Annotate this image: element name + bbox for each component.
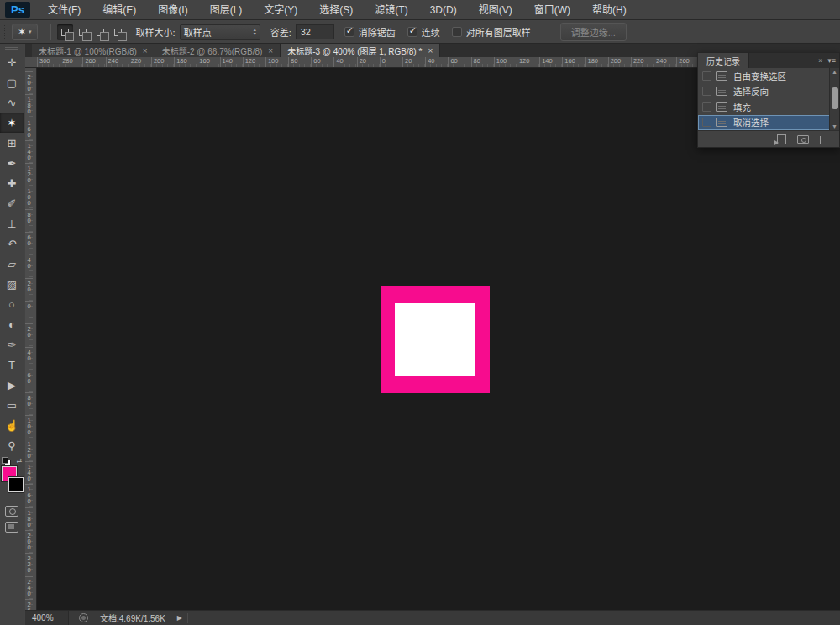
collapse-panel-icon[interactable]: » xyxy=(818,56,822,65)
lasso-tool[interactable]: ∿ xyxy=(0,92,24,113)
ruler-label: 0 xyxy=(25,301,33,323)
crop-tool[interactable]: ⊞ xyxy=(0,133,24,153)
option-checkbox[interactable]: 消除锯齿 xyxy=(344,25,396,39)
ruler-label: 200 xyxy=(151,57,174,67)
chevron-down-icon: ▾ xyxy=(29,29,32,35)
rectangular-marquee-tool[interactable]: ▢ xyxy=(0,72,24,92)
zoom-level-field[interactable]: 400% xyxy=(25,611,69,625)
vertical-ruler[interactable]: 200 180 160 140 120 100 80 60 40 20 0 xyxy=(25,68,37,610)
tool-preset-picker[interactable]: ✶ ▾ xyxy=(12,24,38,40)
separator xyxy=(187,613,188,623)
history-panel-footer xyxy=(698,130,839,147)
sample-size-label: 取样大小: xyxy=(136,25,176,39)
close-icon[interactable]: × xyxy=(143,46,148,55)
tool-icon: ✑ xyxy=(8,339,17,350)
ruler-label: 120 xyxy=(25,163,33,186)
eraser-tool[interactable]: ▱ xyxy=(0,254,24,274)
tool-icon: ○ xyxy=(8,299,15,310)
canvas-area[interactable] xyxy=(37,68,840,610)
new-snapshot-camera-icon[interactable] xyxy=(797,135,809,144)
menu-item[interactable]: 文件(F) xyxy=(37,0,92,20)
new-document-from-state-icon[interactable] xyxy=(777,134,786,144)
eyedropper-tool[interactable]: ✒ xyxy=(0,153,24,173)
history-item[interactable]: 自由变换选区 xyxy=(698,68,839,84)
checkbox-icon xyxy=(407,27,417,37)
ruler-label: 180 xyxy=(25,94,33,117)
menu-item[interactable]: 文字(Y) xyxy=(253,0,308,20)
history-brush-tool[interactable]: ↶ xyxy=(0,234,24,254)
option-checkbox[interactable]: 连续 xyxy=(407,25,440,39)
separator xyxy=(50,24,51,40)
tool-icon: ✚ xyxy=(8,178,17,189)
swap-colors-icon[interactable]: ⇄ xyxy=(17,457,23,465)
refine-edge-button[interactable]: 调整边缘... xyxy=(560,23,627,41)
menu-item[interactable]: 图层(L) xyxy=(199,0,254,20)
screen-mode-icon[interactable] xyxy=(5,522,18,533)
hand-tool[interactable]: ☝ xyxy=(0,415,24,435)
filled-selection-area[interactable] xyxy=(395,303,475,376)
history-item[interactable]: 选择反向 xyxy=(698,84,839,100)
blur-tool[interactable]: ○ xyxy=(0,294,24,314)
menu-bar: Ps 文件(F) 编辑(E) 图像(I) 图层(L) 文字(Y) 选择(S) 滤… xyxy=(0,0,840,20)
history-item[interactable]: 填充 xyxy=(698,99,839,115)
menu-item[interactable]: 滤镜(T) xyxy=(364,0,418,20)
shape-tool[interactable]: ▭ xyxy=(0,395,24,415)
scroll-up-icon[interactable]: ▲ xyxy=(832,68,837,76)
dodge-tool[interactable]: ◐ xyxy=(0,314,24,334)
document-tab-title: 未标题-1 @ 100%(RGB/8) xyxy=(39,45,137,57)
tolerance-input[interactable]: 32 xyxy=(296,24,334,39)
subtract-from-selection-mode-button[interactable] xyxy=(92,24,108,40)
clone-stamp-tool[interactable]: ⊥ xyxy=(0,213,24,234)
menu-item[interactable]: 3D(D) xyxy=(419,0,468,20)
history-item-label: 自由变换选区 xyxy=(733,70,786,82)
history-source-checkbox[interactable] xyxy=(702,118,711,127)
option-checkbox[interactable]: 对所有图层取样 xyxy=(452,25,531,39)
menu-item[interactable]: 选择(S) xyxy=(308,0,364,20)
menu-item[interactable]: 编辑(E) xyxy=(92,0,147,20)
history-panel-tab[interactable]: 历史记录 xyxy=(698,53,749,68)
history-item[interactable]: 取消选择 xyxy=(698,115,839,131)
type-tool[interactable]: T xyxy=(0,355,24,375)
tools-panel-grip[interactable] xyxy=(5,47,18,50)
healing-brush-tool[interactable]: ✚ xyxy=(0,173,24,193)
history-source-checkbox[interactable] xyxy=(702,102,711,112)
scroll-down-icon[interactable]: ▼ xyxy=(832,123,837,130)
intersect-selection-mode-button[interactable] xyxy=(110,24,126,40)
delete-state-trash-icon[interactable] xyxy=(820,136,827,144)
pen-tool[interactable]: ✑ xyxy=(0,334,24,355)
ruler-label: 200 xyxy=(25,530,33,553)
document-artwork[interactable] xyxy=(381,286,490,393)
new-selection-mode-button[interactable] xyxy=(57,24,73,40)
quick-mask-mode-icon[interactable] xyxy=(5,506,18,517)
document-tab[interactable]: 未标题-1 @ 100%(RGB/8) × xyxy=(32,44,155,57)
magic-wand-tool[interactable]: ✶ xyxy=(0,113,24,133)
panel-menu-icon[interactable]: ▾≡ xyxy=(827,56,836,65)
history-panel-header: 历史记录 » ▾≡ xyxy=(698,53,839,68)
scrollbar-thumb[interactable] xyxy=(832,87,838,109)
add-to-selection-mode-button[interactable] xyxy=(75,24,91,40)
menu-item[interactable]: 图像(I) xyxy=(147,0,198,20)
zoom-tool[interactable]: ⚲ xyxy=(0,435,24,455)
path-selection-tool[interactable]: ▶ xyxy=(0,375,24,395)
gradient-tool[interactable]: ▨ xyxy=(0,274,24,294)
brush-tool[interactable]: ✐ xyxy=(0,193,24,213)
tool-icon: T xyxy=(8,360,15,370)
close-icon[interactable]: × xyxy=(428,46,433,55)
document-tab[interactable]: 未标题-2 @ 66.7%(RGB/8) × xyxy=(155,44,281,57)
scrollbar[interactable]: ▲ ▼ xyxy=(829,68,839,130)
document-tab[interactable]: 未标题-3 @ 400% (图层 1, RGB/8) * × xyxy=(281,44,440,57)
status-flyout-icon[interactable]: ▶ xyxy=(177,614,182,622)
move-tool[interactable]: ✛ xyxy=(0,52,24,72)
history-source-checkbox[interactable] xyxy=(702,87,711,96)
ruler-label: 160 xyxy=(197,57,219,67)
menu-item[interactable]: 帮助(H) xyxy=(581,0,638,20)
history-source-checkbox[interactable] xyxy=(702,71,711,81)
menu-item[interactable]: 窗口(W) xyxy=(523,0,581,20)
menu-item[interactable]: 视图(V) xyxy=(468,0,523,20)
background-color-swatch[interactable] xyxy=(8,477,24,492)
close-icon[interactable]: × xyxy=(268,46,273,55)
ruler-label: 80 xyxy=(288,57,311,67)
default-colors-icon[interactable] xyxy=(2,457,9,465)
sample-size-dropdown[interactable]: 取样点 ▴ ▾ xyxy=(180,24,260,40)
ruler-label: 120 xyxy=(517,57,539,67)
